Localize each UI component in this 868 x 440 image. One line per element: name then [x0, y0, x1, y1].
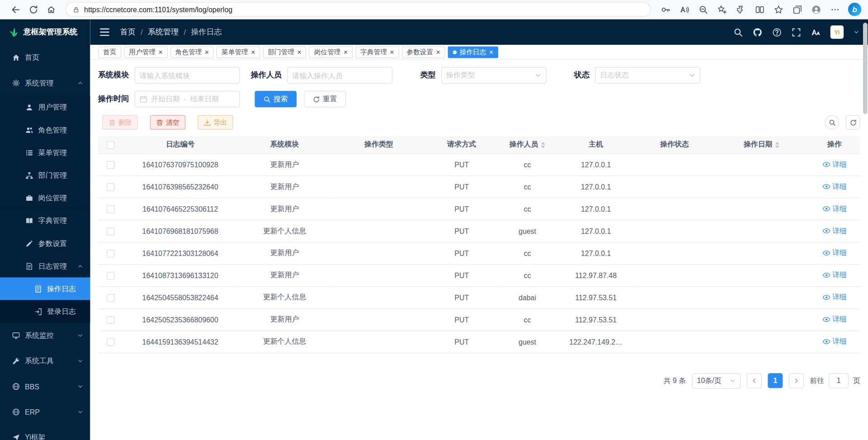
- column-header-date[interactable]: 操作日期: [714, 136, 809, 153]
- date-range-picker[interactable]: 开始日期 - 结束日期: [135, 91, 240, 108]
- user-avatar[interactable]: Yi: [830, 25, 844, 38]
- sidebar-item-dept-mgmt[interactable]: 部门管理: [0, 164, 90, 186]
- row-checkbox[interactable]: [107, 161, 114, 169]
- row-checkbox[interactable]: [107, 272, 114, 279]
- sidebar-item-user-mgmt[interactable]: 用户管理: [0, 96, 90, 118]
- extensions-button[interactable]: [732, 2, 750, 17]
- table-search-button[interactable]: [825, 115, 839, 130]
- sidebar-item-param-settings[interactable]: 参数设置: [0, 232, 90, 255]
- detail-link[interactable]: 详细: [822, 203, 847, 213]
- close-tab-icon[interactable]: ×: [158, 48, 162, 56]
- add-favorite-button[interactable]: [713, 2, 731, 17]
- row-checkbox[interactable]: [107, 250, 114, 257]
- sidebar-item-oper-log[interactable]: 操作日志: [0, 277, 90, 300]
- close-tab-icon[interactable]: ×: [436, 48, 440, 56]
- zoom-button[interactable]: [694, 2, 712, 17]
- detail-link[interactable]: 详细: [822, 336, 847, 346]
- page-size-select[interactable]: 10条/页: [692, 373, 741, 388]
- tab-oper-log[interactable]: 操作日志×: [448, 46, 498, 58]
- sidebar-item-post-mgmt[interactable]: 岗位管理: [0, 187, 90, 209]
- type-select[interactable]: 操作类型: [441, 67, 547, 84]
- detail-link[interactable]: 详细: [822, 226, 847, 236]
- goto-page-input[interactable]: [829, 373, 849, 388]
- bing-copilot-button[interactable]: b: [848, 3, 861, 16]
- close-tab-icon[interactable]: ×: [251, 48, 255, 56]
- close-tab-icon[interactable]: ×: [205, 48, 209, 56]
- sidebar-item-system-monitor[interactable]: 系统监控: [0, 323, 90, 348]
- detail-link[interactable]: 详细: [822, 270, 847, 280]
- address-bar[interactable]: https://ccnetcore.com:1101/system/log/op…: [65, 2, 651, 17]
- tab-user-mgmt[interactable]: 用户管理×: [124, 46, 167, 58]
- avatar-dropdown-caret[interactable]: [854, 29, 859, 35]
- split-screen-button[interactable]: [750, 2, 768, 17]
- row-checkbox[interactable]: [107, 205, 114, 213]
- close-tab-icon[interactable]: ×: [390, 48, 394, 56]
- operator-input[interactable]: [288, 67, 393, 84]
- settings-menu-button[interactable]: [826, 2, 844, 17]
- tab-dict-mgmt[interactable]: 字典管理×: [355, 46, 399, 58]
- close-tab-icon[interactable]: ×: [297, 48, 301, 56]
- status-select[interactable]: 日志状态: [595, 67, 700, 84]
- row-checkbox[interactable]: [107, 183, 114, 191]
- scrollbar-thumb[interactable]: [863, 23, 868, 114]
- sort-caret-icon[interactable]: [541, 142, 546, 148]
- row-checkbox[interactable]: [107, 294, 114, 302]
- sidebar-item-login-log[interactable]: 登录日志: [0, 300, 90, 323]
- reset-button[interactable]: 重置: [304, 91, 346, 108]
- clear-button[interactable]: 清空: [150, 115, 185, 130]
- breadcrumb-item[interactable]: 首页: [120, 27, 136, 37]
- current-page-button[interactable]: 1: [768, 373, 783, 388]
- app-logo[interactable]: 意框架管理系统: [0, 19, 90, 45]
- module-input[interactable]: [135, 67, 240, 84]
- sidebar-toggle[interactable]: [99, 27, 110, 38]
- collections-button[interactable]: [788, 2, 806, 17]
- detail-link[interactable]: 详细: [822, 292, 847, 302]
- favorites-button[interactable]: [769, 2, 787, 17]
- breadcrumb-item[interactable]: 系统管理: [148, 27, 179, 37]
- sidebar-item-dict-mgmt[interactable]: 字典管理: [0, 209, 90, 232]
- detail-link[interactable]: 详细: [822, 248, 847, 258]
- sidebar-item-system-mgmt[interactable]: 系统管理: [0, 71, 90, 96]
- sidebar-item-system-tools[interactable]: 系统工具: [0, 348, 90, 374]
- tab-menu-mgmt[interactable]: 菜单管理×: [217, 46, 260, 58]
- page-scrollbar[interactable]: [863, 20, 868, 439]
- search-button[interactable]: 搜索: [255, 91, 297, 108]
- sidebar-item-log-mgmt[interactable]: 日志管理: [0, 255, 90, 277]
- sidebar-item-role-mgmt[interactable]: 角色管理: [0, 118, 90, 141]
- fullscreen-button[interactable]: [792, 28, 801, 37]
- back-button[interactable]: [7, 2, 24, 17]
- row-checkbox[interactable]: [107, 316, 114, 324]
- tab-param-settings[interactable]: 参数设置×: [401, 46, 445, 58]
- delete-button[interactable]: 删除: [103, 115, 138, 130]
- tab-role-mgmt[interactable]: 角色管理×: [170, 46, 214, 58]
- sidebar-item-bbs[interactable]: BBS: [0, 374, 90, 399]
- font-size-button[interactable]: [811, 28, 821, 37]
- close-tab-icon[interactable]: ×: [489, 48, 493, 56]
- sort-caret-icon[interactable]: [775, 142, 780, 148]
- prev-page-button[interactable]: [747, 373, 762, 388]
- url-text[interactable]: https://ccnetcore.com:1101/system/log/op…: [84, 5, 232, 14]
- detail-link[interactable]: 详细: [822, 181, 847, 191]
- tab-home[interactable]: 首页: [98, 46, 121, 58]
- detail-link[interactable]: 详细: [822, 159, 847, 169]
- header-search-button[interactable]: [733, 28, 743, 37]
- github-button[interactable]: [753, 28, 762, 37]
- sidebar-item-yi-framework[interactable]: Yi框架: [0, 425, 90, 440]
- close-tab-icon[interactable]: ×: [344, 48, 348, 56]
- tab-post-mgmt[interactable]: 岗位管理×: [309, 46, 353, 58]
- detail-link[interactable]: 详细: [822, 314, 847, 324]
- select-all-checkbox[interactable]: [107, 141, 114, 149]
- browser-home-button[interactable]: [42, 2, 60, 17]
- read-aloud-button[interactable]: [675, 2, 693, 17]
- row-checkbox[interactable]: [107, 338, 114, 346]
- sidebar-item-erp[interactable]: ERP: [0, 399, 90, 425]
- column-header-operator[interactable]: 操作人员: [497, 136, 557, 153]
- next-page-button[interactable]: [789, 373, 804, 388]
- table-refresh-button[interactable]: [846, 115, 860, 130]
- profile-avatar[interactable]: [807, 2, 825, 17]
- sidebar-item-home[interactable]: 首页: [0, 45, 90, 70]
- export-button[interactable]: 导出: [198, 115, 233, 130]
- reload-button[interactable]: [24, 2, 42, 17]
- password-key-button[interactable]: [656, 2, 674, 17]
- sidebar-item-menu-mgmt[interactable]: 菜单管理: [0, 141, 90, 164]
